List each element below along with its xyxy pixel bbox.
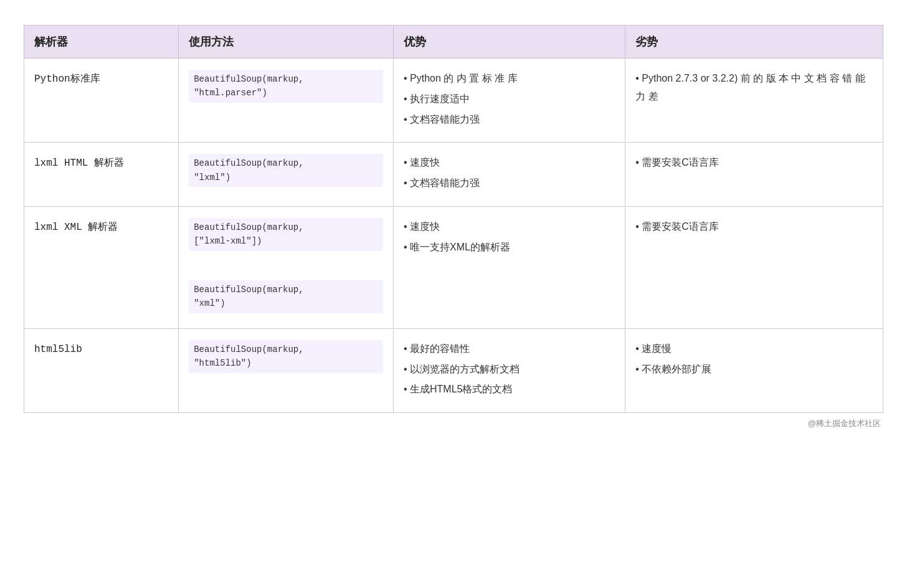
parser-name: lxml XML 解析器	[34, 222, 118, 233]
usage-cell: BeautifulSoup(markup,"html5lib")	[179, 328, 394, 412]
table-row: html5lib BeautifulSoup(markup,"html5lib"…	[24, 328, 883, 412]
parser-name: Python标准库	[34, 74, 100, 85]
list-item: 以浏览器的方式解析文档	[404, 361, 615, 379]
code-wrapper: BeautifulSoup(markup,"html5lib")	[189, 340, 383, 377]
cons-list: 需要安装C语言库	[635, 154, 873, 172]
list-item: 不依赖外部扩展	[635, 361, 873, 379]
code-wrapper: BeautifulSoup(markup,["lxml-xml"]) Beaut…	[189, 218, 383, 317]
parser-name-cell: lxml HTML 解析器	[24, 143, 179, 207]
code-snippet: BeautifulSoup(markup,"lxml")	[189, 154, 383, 187]
table-row: lxml HTML 解析器 BeautifulSoup(markup,"lxml…	[24, 143, 883, 207]
list-item: 文档容错能力强	[404, 174, 615, 192]
table-row: Python标准库 BeautifulSoup(markup,"html.par…	[24, 59, 883, 143]
header-usage: 使用方法	[179, 26, 394, 59]
pros-cell: 速度快 唯一支持XML的解析器	[393, 206, 625, 328]
list-item: 最好的容错性	[404, 340, 615, 358]
list-item: Python 的 内 置 标 准 库	[404, 70, 615, 88]
pros-list: 速度快 唯一支持XML的解析器	[404, 218, 615, 257]
list-item: Python 2.7.3 or 3.2.2) 前 的 版 本 中 文 档 容 错…	[635, 70, 873, 106]
list-item: 速度慢	[635, 340, 873, 358]
pros-list: 最好的容错性 以浏览器的方式解析文档 生成HTML5格式的文档	[404, 340, 615, 399]
parser-name: lxml HTML 解析器	[34, 158, 124, 169]
pros-list: Python 的 内 置 标 准 库 执行速度适中 文档容错能力强	[404, 70, 615, 128]
pros-cell: 速度快 文档容错能力强	[393, 143, 625, 207]
cons-cell: 需要安装C语言库	[625, 206, 883, 328]
cons-list: 需要安装C语言库	[635, 218, 873, 236]
pros-cell: 最好的容错性 以浏览器的方式解析文档 生成HTML5格式的文档	[393, 328, 625, 412]
code-snippet: BeautifulSoup(markup,"html.parser")	[189, 70, 383, 103]
list-item: 执行速度适中	[404, 90, 615, 108]
list-item: 文档容错能力强	[404, 111, 615, 129]
cons-list: Python 2.7.3 or 3.2.2) 前 的 版 本 中 文 档 容 错…	[635, 70, 873, 106]
cons-cell: Python 2.7.3 or 3.2.2) 前 的 版 本 中 文 档 容 错…	[625, 59, 883, 143]
cons-cell: 速度慢 不依赖外部扩展	[625, 328, 883, 412]
table-header-row: 解析器 使用方法 优势 劣势	[24, 26, 883, 59]
parser-name: html5lib	[34, 344, 82, 355]
usage-cell: BeautifulSoup(markup,"lxml")	[179, 143, 394, 207]
pros-list: 速度快 文档容错能力强	[404, 154, 615, 192]
list-item: 速度快	[404, 154, 615, 172]
watermark: @稀土掘金技术社区	[24, 413, 883, 429]
table-row: lxml XML 解析器 BeautifulSoup(markup,["lxml…	[24, 206, 883, 328]
code-wrapper: BeautifulSoup(markup,"html.parser")	[189, 70, 383, 107]
list-item: 需要安装C语言库	[635, 218, 873, 236]
list-item: 需要安装C语言库	[635, 154, 873, 172]
list-item: 生成HTML5格式的文档	[404, 381, 615, 399]
parser-name-cell: html5lib	[24, 328, 179, 412]
header-pros: 优势	[393, 26, 625, 59]
usage-cell: BeautifulSoup(markup,["lxml-xml"]) Beaut…	[179, 206, 394, 328]
parser-name-cell: lxml XML 解析器	[24, 206, 179, 328]
header-parser: 解析器	[24, 26, 179, 59]
parser-comparison-table: 解析器 使用方法 优势 劣势 Python标准库 BeautifulSoup(m…	[24, 25, 883, 413]
code-snippet: BeautifulSoup(markup,"xml")	[189, 280, 383, 313]
code-wrapper: BeautifulSoup(markup,"lxml")	[189, 154, 383, 191]
main-table-container: 解析器 使用方法 优势 劣势 Python标准库 BeautifulSoup(m…	[24, 25, 883, 429]
cons-cell: 需要安装C语言库	[625, 143, 883, 207]
code-snippet: BeautifulSoup(markup,["lxml-xml"])	[189, 218, 383, 251]
parser-name-cell: Python标准库	[24, 59, 179, 143]
code-snippet: BeautifulSoup(markup,"html5lib")	[189, 340, 383, 373]
usage-cell: BeautifulSoup(markup,"html.parser")	[179, 59, 394, 143]
header-cons: 劣势	[625, 26, 883, 59]
list-item: 速度快	[404, 218, 615, 236]
cons-list: 速度慢 不依赖外部扩展	[635, 340, 873, 379]
pros-cell: Python 的 内 置 标 准 库 执行速度适中 文档容错能力强	[393, 59, 625, 143]
list-item: 唯一支持XML的解析器	[404, 239, 615, 257]
